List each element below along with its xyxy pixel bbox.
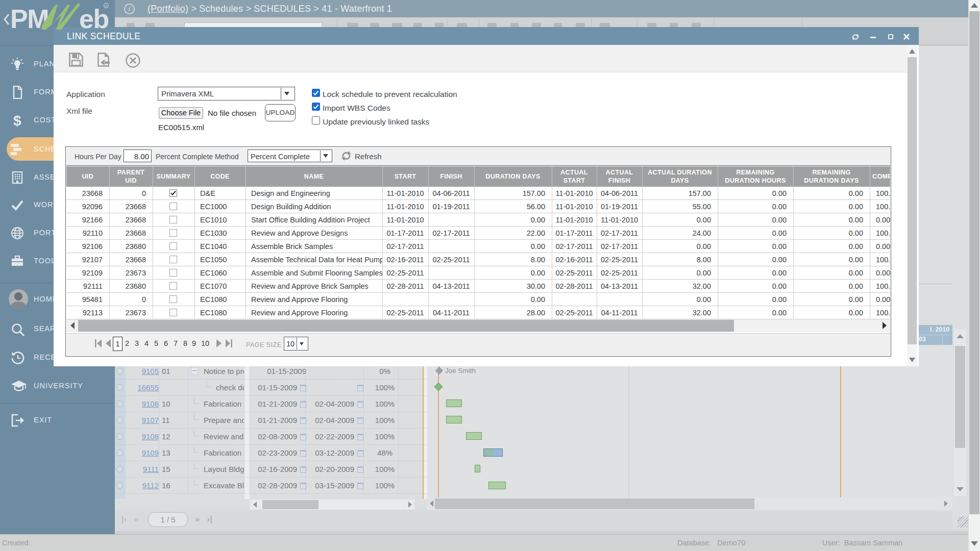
svg-text:$: $ (13, 114, 21, 127)
svg-text:eb: eb (79, 4, 109, 32)
svg-text:R: R (105, 4, 108, 9)
